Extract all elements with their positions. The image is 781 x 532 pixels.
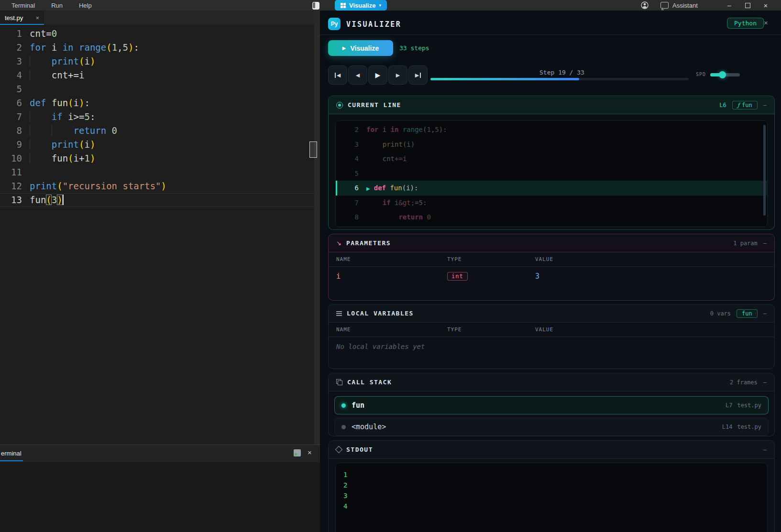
code-line[interactable]: 8 return 0 [0,124,314,138]
line-number: 5 [0,82,30,96]
stdout-line: 1 [343,469,759,480]
column-header: TYPE [447,326,535,333]
visualizer-close-icon[interactable]: × [764,19,768,27]
visualize-menu-button[interactable]: Visualize ▾ [335,0,387,11]
play-icon: ▶ [375,71,381,79]
line-number: 7 [0,110,30,124]
step-back-button[interactable]: ◀ [348,65,367,85]
collapse-button[interactable]: – [763,379,767,386]
visualize-run-button[interactable]: ▶ Visualize [328,40,393,56]
window-maximize-button[interactable] [740,0,755,11]
stack-icon [336,379,342,385]
tab-close-icon[interactable]: × [35,14,39,22]
skip-start-button[interactable]: ◀ [328,65,347,85]
chevron-down-icon: ▾ [379,3,381,8]
active-frame-dot [341,403,346,408]
title-bar: TerminalRunHelp Visualize ▾ Assistant – … [0,0,781,11]
parameters-rows: iint3 [329,267,774,286]
text-cursor [63,195,64,205]
assistant-label: Assistant [672,2,698,9]
skip-end-button[interactable]: ▶ [408,65,428,85]
language-badge: Python [727,18,764,29]
visualize-run-label: Visualize [351,44,379,52]
stack-frame[interactable]: funL7test.py [334,396,769,414]
viz-code-line: 9 print(i) [336,225,767,228]
menu-item-run[interactable]: Run [51,2,63,9]
editor-scrollbar[interactable] [314,11,320,445]
code-editor[interactable]: 1cnt=02for i in range(1,5):3 print(i)4 c… [0,27,314,445]
active-tab-indicator [0,24,44,25]
current-line-header: CURRENT LINE L6 ƒfun – [329,96,774,114]
code-line[interactable]: 3 print(i) [0,54,314,68]
code-line[interactable]: 10 fun(i+1) [0,152,314,165]
stdout-header: STDOUT – [329,441,774,459]
menu-item-terminal[interactable]: Terminal [11,2,35,9]
visualizer-header: Py VISUALIZER Python × [320,14,781,34]
frame-line-ref: L14 [722,423,733,430]
viz-code-line: 2for i in range(1,5): [336,122,767,137]
tab-testpy[interactable]: test.py × [0,11,44,25]
function-badge: ƒfun [732,101,758,109]
frame-line-ref: L7 [726,402,732,409]
speed-knob[interactable] [719,71,726,78]
collapse-button[interactable]: – [763,446,767,453]
terminal-close-icon[interactable]: × [308,448,312,456]
viz-code-line: 4 cnt+=i [336,152,767,166]
code-line[interactable]: 6def fun(i): [0,96,314,110]
code-line[interactable]: 13fun(3) [0,193,314,207]
speed-label: SPD [696,72,706,77]
code-scrollbar-thumb[interactable] [763,125,766,216]
user-avatar[interactable] [641,1,649,9]
app-window: TerminalRunHelp Visualize ▾ Assistant – … [0,0,781,532]
menu-bar: TerminalRunHelp [11,0,92,11]
code-line[interactable]: 9 print(i) [0,138,314,152]
column-header: NAME [336,326,447,333]
assistant-button[interactable]: Assistant [660,0,698,11]
column-header: VALUE [535,326,767,333]
progress-bar[interactable] [430,78,689,80]
viz-code-line: 7 if i&gt;=5: [336,195,767,210]
play-button[interactable]: ▶ [368,65,387,85]
function-badge: fun [737,309,758,318]
line-number: 2 [0,41,30,54]
menu-item-help[interactable]: Help [79,2,92,9]
collapse-button[interactable]: – [763,310,767,317]
locals-empty-message: No local variables yet [329,337,774,356]
call-stack-panel: CALL STACK 2 frames – funL7test.py<modul… [328,373,775,436]
terminal-tab[interactable]: erminal [0,445,22,461]
current-line-arrow: ▶ [366,186,370,191]
code-line[interactable]: 12print("recursion starts") [0,179,314,193]
code-line[interactable]: 2for i in range(1,5): [0,41,314,54]
layout-toggle-icon[interactable] [312,2,319,10]
window-close-button[interactable]: × [759,0,773,11]
stdout-panel: STDOUT – 1234 [328,440,775,532]
current-line-panel: CURRENT LINE L6 ƒfun – 2for i in range(1… [328,96,775,230]
code-line[interactable]: 7 if i>=5: [0,110,314,124]
terminal-image-icon[interactable] [294,449,301,456]
speed-slider[interactable] [710,73,740,76]
viz-line-number: 4 [336,152,366,166]
viz-line-number: 8 [336,210,366,225]
code-line[interactable]: 1cnt=0 [0,27,314,41]
stack-frame[interactable]: <module>L14test.py [334,418,769,436]
collapse-button[interactable]: – [763,101,767,109]
viz-code-line: 5 [336,166,767,181]
code-line[interactable]: 5 [0,82,314,96]
editor-scrollbar-thumb[interactable] [309,141,317,158]
step-forward-button[interactable]: ▶ [388,65,407,85]
collapse-button[interactable]: – [763,239,767,247]
code-line[interactable]: 11 [0,165,314,179]
terminal-tab-bar: erminal × [0,445,320,462]
skip-start-icon [335,73,336,78]
terminal-content[interactable] [0,462,320,532]
header-divider [320,34,781,35]
current-line-title: CURRENT LINE [348,101,401,109]
local-variables-header: LOCAL VARIABLES 0 vars fun – [329,304,774,323]
list-icon [336,311,342,316]
window-minimize-button[interactable]: – [722,0,737,11]
param-count: 1 param [733,240,758,247]
target-icon [336,102,343,109]
code-line[interactable]: 4 cnt+=i [0,68,314,82]
visualizer-title: VISUALIZER [346,20,401,29]
parameters-header: ↘ PARAMETERS 1 param – [329,234,774,252]
